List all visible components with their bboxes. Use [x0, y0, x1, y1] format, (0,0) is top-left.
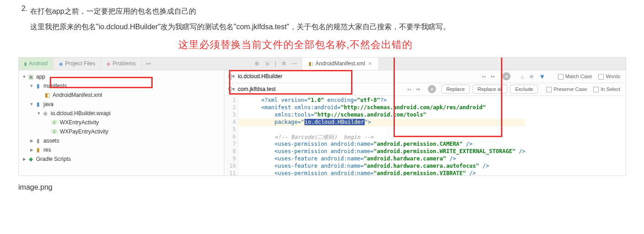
editor-tab-label: AndroidManifest.xml: [315, 60, 365, 67]
close-tab-icon[interactable]: ✕: [368, 61, 372, 67]
opt-match-case[interactable]: Match Case: [558, 74, 592, 80]
divider: |: [275, 60, 276, 67]
red-callout: 这里必须替换当前文件的全部包名称,不然会出错的: [178, 38, 626, 52]
opt-in-selection[interactable]: In Select: [593, 86, 620, 92]
arrow-right-icon[interactable]: ↦: [146, 60, 151, 67]
replace-button[interactable]: Replace: [442, 85, 470, 94]
view-tabs: ▮Android ◉Project Files ◉Problems ↦: [19, 58, 155, 70]
find-input[interactable]: [238, 72, 329, 81]
exclude-button[interactable]: Exclude: [510, 85, 538, 94]
clear-find-icon[interactable]: ✕: [502, 72, 511, 80]
ide-screenshot: ▮Android ◉Project Files ◉Problems ↦ ⊕ ⇲ …: [18, 57, 626, 176]
target-icon[interactable]: ⊕: [255, 60, 259, 67]
tree-node-class2[interactable]: cWXPayEntryActivity: [19, 127, 224, 136]
doc-line-1: 在打包app之前，一定要把应用的包名也换成自己的: [30, 5, 196, 18]
list-number: 2.: [18, 5, 30, 13]
doc-line-2: 这里我把原来的包名"io.dcloud.HBuilder"改为我瞎写的测试包名"…: [30, 20, 626, 34]
search-icon: Q▾: [228, 73, 235, 80]
ide-topbar: ▮Android ◉Project Files ◉Problems ↦ ⊕ ⇲ …: [19, 58, 626, 70]
view-tab-problems[interactable]: ◉Problems: [101, 58, 142, 70]
image-caption: image.png: [18, 183, 644, 191]
view-tab-label: Problems: [112, 60, 136, 67]
code-lines[interactable]: <?xml version="1.0" encoding="utf-8"?> <…: [238, 96, 526, 176]
editor-tab-manifest[interactable]: ◧ AndroidManifest.xml ✕: [302, 58, 379, 70]
find-opt1-icon[interactable]: ⌕: [521, 73, 524, 80]
line-gutter: 123 456 789 101112: [224, 96, 238, 176]
filter-icon[interactable]: ▼: [539, 73, 545, 80]
replace-bar: Q▾ ↤ ↦ ✕ Replace Replace all Exclude Pre…: [224, 83, 626, 96]
find-next-btn[interactable]: ↦: [489, 72, 497, 80]
tree-node-res[interactable]: ▶▮res: [19, 145, 224, 154]
view-tab-android[interactable]: ▮Android: [19, 58, 53, 70]
opt-words[interactable]: Words: [598, 74, 620, 80]
replace-all-button[interactable]: Replace all: [473, 85, 507, 94]
find-prev-btn[interactable]: ↤: [479, 72, 488, 80]
find-opt2-icon[interactable]: ⛯: [529, 73, 535, 80]
replace-input[interactable]: [238, 85, 329, 94]
gear-icon[interactable]: ✲: [282, 60, 286, 67]
minimize-icon[interactable]: —: [292, 60, 297, 67]
replace-icon: Q▾: [228, 86, 235, 92]
view-tab-label: Project Files: [65, 60, 95, 67]
tree-node-class1[interactable]: cWXEntryActivity: [19, 118, 224, 127]
clear-replace-icon[interactable]: ✕: [428, 85, 436, 93]
collapse-icon[interactable]: ⇲: [265, 60, 269, 67]
editor-pane: Q▾ ↤ ↦ ✕ ⌕ ⛯ ▼ Match Case Words Q▾: [224, 70, 626, 176]
tree-node-assets[interactable]: ▶▮assets: [19, 136, 224, 145]
tree-node-manifest-file[interactable]: ◧AndroidManifest.xml: [19, 90, 224, 100]
view-tab-label: Android: [29, 60, 48, 67]
replace-prev-btn[interactable]: ↤: [405, 85, 413, 93]
project-tree[interactable]: ▼▣app ▼▮manifests ◧AndroidManifest.xml ▼…: [19, 70, 224, 176]
tree-node-package[interactable]: ▼◉io.dcloud.HBuilder.wxapi: [19, 109, 224, 118]
find-bar: Q▾ ↤ ↦ ✕ ⌕ ⛯ ▼ Match Case Words: [224, 70, 626, 83]
editor-tabs: ◧ AndroidManifest.xml ✕: [302, 58, 379, 70]
opt-preserve-case[interactable]: Preserve Case: [546, 86, 587, 92]
tree-node-app[interactable]: ▼▣app: [19, 72, 224, 81]
code-area[interactable]: 123 456 789 101112 <?xml version="1.0" e…: [224, 96, 626, 176]
tree-node-gradle[interactable]: ▶◆Gradle Scripts: [19, 154, 224, 164]
view-tab-project-files[interactable]: ◉Project Files: [53, 58, 101, 70]
tree-node-java[interactable]: ▼▮java: [19, 100, 224, 109]
tree-node-manifests[interactable]: ▼▮manifests: [19, 81, 224, 90]
xml-file-icon: ◧: [309, 61, 313, 67]
replace-next-btn[interactable]: ↦: [414, 85, 422, 93]
